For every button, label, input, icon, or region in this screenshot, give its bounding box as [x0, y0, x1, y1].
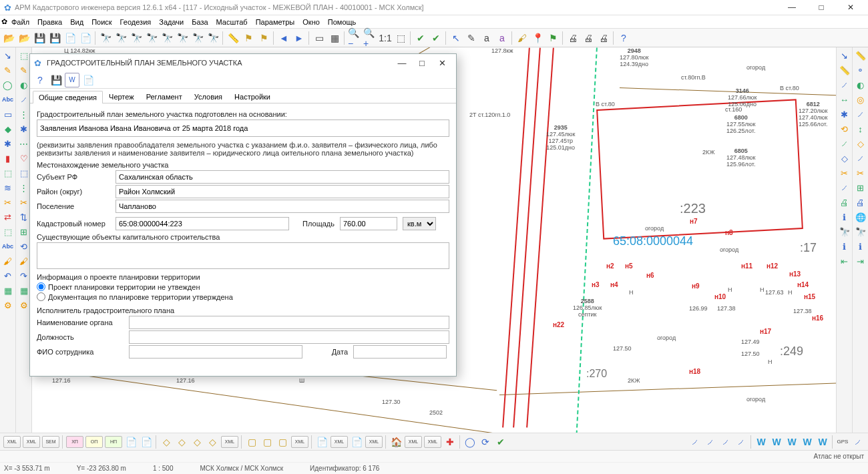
menu-help[interactable]: Помощь — [324, 17, 361, 27]
r-b13-icon[interactable]: 🔭 — [854, 225, 867, 238]
tool-windows-icon[interactable]: ▦ — [327, 31, 342, 45]
r-a3-icon[interactable]: ⟋ — [838, 78, 851, 91]
side-a13-icon[interactable]: ⬚ — [1, 225, 15, 238]
side-b9-icon[interactable]: ⬚ — [17, 166, 31, 180]
bt-sq3-icon[interactable]: ▢ — [275, 435, 290, 449]
side-b10-icon[interactable]: ⋮ — [17, 181, 31, 194]
org-input[interactable] — [129, 316, 449, 329]
close-button[interactable]: ✕ — [836, 0, 865, 15]
menu-params[interactable]: Параметры — [252, 17, 299, 27]
xml-btn-3[interactable]: SEM — [42, 436, 59, 448]
tool-pointer-icon[interactable]: ↖ — [449, 31, 463, 45]
side-a2-icon[interactable]: ✎ — [1, 63, 15, 77]
side-a18-icon[interactable]: ⚙ — [1, 298, 15, 312]
tool-binoc1-icon[interactable]: 🔭 — [98, 31, 113, 45]
r-a11-icon[interactable]: 🖨 — [838, 196, 851, 209]
r-b4-icon[interactable]: ◎ — [854, 93, 867, 106]
side-a11-icon[interactable]: ✂ — [1, 196, 15, 209]
tool-prev-icon[interactable]: ◄ — [276, 31, 291, 45]
side-b6-icon[interactable]: ✱ — [17, 122, 31, 136]
dlg-help-icon[interactable]: ? — [33, 73, 47, 87]
tool-open2-icon[interactable]: 📂 — [17, 31, 31, 45]
bt-w1-icon[interactable]: W — [754, 435, 769, 449]
side-a17-icon[interactable]: ▦ — [1, 284, 15, 297]
fio-input[interactable] — [129, 345, 302, 359]
tool-binoc3-icon[interactable]: 🔭 — [129, 31, 144, 45]
r-b11-icon[interactable]: 🖨 — [854, 196, 867, 209]
tool-1to1-icon[interactable]: 1:1 — [378, 31, 393, 45]
bt-gps-icon[interactable]: GPS — [835, 435, 850, 449]
tool-saveas-icon[interactable]: 💾 — [47, 31, 62, 45]
xml-btn-9[interactable]: XML — [331, 436, 348, 448]
tool-binoc2-icon[interactable]: 🔭 — [114, 31, 128, 45]
area-input[interactable] — [340, 217, 397, 230]
bt-w5-icon[interactable]: W — [815, 435, 830, 449]
side-b12-icon[interactable]: ⇅ — [17, 210, 31, 224]
side-b16-icon[interactable]: ↷ — [17, 269, 31, 282]
tab-reglament[interactable]: Регламент — [140, 90, 188, 103]
menu-search[interactable]: Поиск — [87, 17, 116, 27]
side-a12-icon[interactable]: ⇄ — [1, 210, 15, 224]
bt-doc2-icon[interactable]: 📄 — [139, 435, 154, 449]
bt-plus-icon[interactable]: ✚ — [443, 435, 457, 449]
bt-net2-icon[interactable]: ⟋ — [703, 435, 718, 449]
bt-house-icon[interactable]: 🏠 — [389, 435, 403, 449]
side-a6-icon[interactable]: ◆ — [1, 122, 15, 136]
r-b14-icon[interactable]: ℹ — [854, 240, 867, 253]
subject-input[interactable] — [116, 170, 449, 184]
menu-scale[interactable]: Масштаб — [212, 17, 252, 27]
r-a4-icon[interactable]: ↔ — [838, 93, 851, 106]
tool-zoomout-icon[interactable]: 🔍− — [347, 31, 362, 45]
r-b2-icon[interactable]: ⚬ — [854, 63, 867, 77]
side-a7-icon[interactable]: ✱ — [1, 137, 15, 150]
dialog-close[interactable]: ✕ — [432, 58, 452, 68]
tool-open-icon[interactable]: 📂 — [1, 31, 16, 45]
xml-btn-12[interactable]: XML — [424, 436, 441, 448]
dialog-minimize[interactable]: ― — [392, 58, 412, 68]
bt-net3-icon[interactable]: ⟋ — [718, 435, 733, 449]
tool-check-icon[interactable]: ✔ — [413, 31, 428, 45]
bt-last-icon[interactable]: ⟋ — [851, 435, 865, 449]
bt-w2-icon[interactable]: W — [769, 435, 784, 449]
tool-binoc6-icon[interactable]: 🔭 — [175, 31, 190, 45]
cadnumber-input[interactable] — [116, 217, 289, 230]
side-b5-icon[interactable]: ⋮ — [17, 107, 31, 121]
bt-sq2-icon[interactable]: ▢ — [260, 435, 274, 449]
bt-poly4-icon[interactable]: ◇ — [205, 435, 220, 449]
side-b18-icon[interactable]: ⚙ — [17, 298, 31, 312]
side-a10-icon[interactable]: ≋ — [1, 181, 15, 194]
bt-circle-icon[interactable]: ◯ — [463, 435, 477, 449]
bt-poly1-icon[interactable]: ◇ — [159, 435, 174, 449]
tool-help-icon[interactable]: ? — [616, 31, 631, 45]
xml-btn-6[interactable]: НП — [105, 436, 122, 448]
radio-approved-input[interactable] — [37, 292, 45, 301]
tool-flag-icon[interactable]: ⚑ — [241, 31, 256, 45]
side-b15-icon[interactable]: 🖌 — [17, 254, 31, 268]
xml-btn-8[interactable]: XML — [291, 436, 308, 448]
r-b12-icon[interactable]: 🌐 — [854, 210, 867, 224]
tool-window-icon[interactable]: ▭ — [312, 31, 327, 45]
settlement-input[interactable] — [116, 200, 449, 213]
maximize-button[interactable]: □ — [807, 0, 836, 15]
side-b7-icon[interactable]: ⋯ — [17, 137, 31, 150]
tab-conditions[interactable]: Условия — [188, 90, 228, 103]
tool-binoc7-icon[interactable]: 🔭 — [190, 31, 205, 45]
r-a15-icon[interactable]: ⇤ — [838, 254, 851, 268]
existing-input[interactable] — [37, 242, 449, 269]
side-b8-icon[interactable]: ♡ — [17, 152, 31, 165]
bt-doc3-icon[interactable]: 📄 — [314, 435, 329, 449]
side-b13-icon[interactable]: ⊞ — [17, 225, 31, 238]
r-b3-icon[interactable]: ◐ — [854, 78, 867, 91]
tool-flag3-icon[interactable]: ⚑ — [546, 31, 560, 45]
tool-text-icon[interactable]: a — [479, 31, 494, 45]
side-b3-icon[interactable]: ◐ — [17, 78, 31, 91]
tool-pin-icon[interactable]: 📍 — [530, 31, 545, 45]
side-a14-icon[interactable]: Abc — [1, 240, 15, 253]
bt-w4-icon[interactable]: W — [800, 435, 815, 449]
tool-save-icon[interactable]: 💾 — [32, 31, 47, 45]
r-b10-icon[interactable]: ⊞ — [854, 181, 867, 194]
tool-docs-icon[interactable]: 📄 — [78, 31, 93, 45]
menu-tasks[interactable]: Задачи — [155, 17, 188, 27]
bt-doc1-icon[interactable]: 📄 — [124, 435, 138, 449]
bt-check-icon[interactable]: ✔ — [493, 435, 508, 449]
